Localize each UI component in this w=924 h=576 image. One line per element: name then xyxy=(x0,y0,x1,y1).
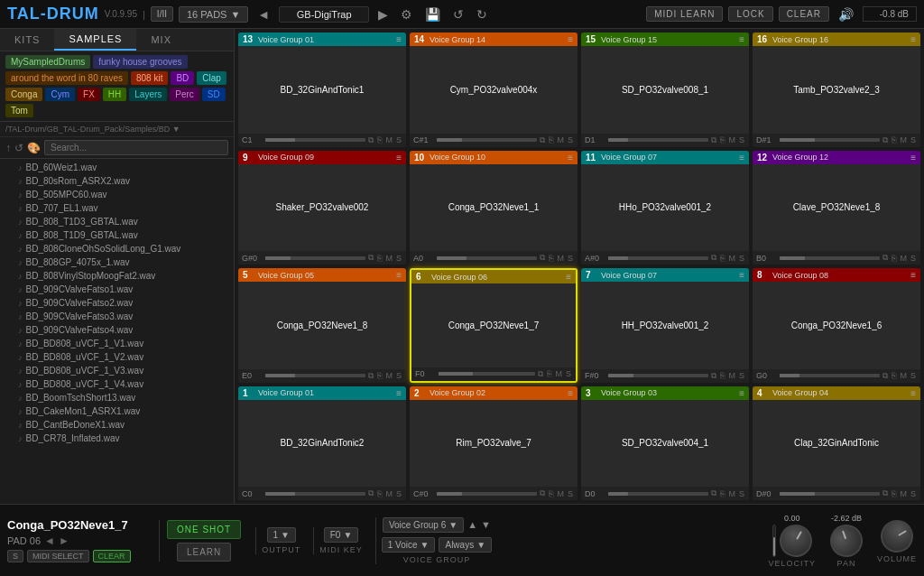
midi-select-btn[interactable]: MIDI SELECT xyxy=(27,550,89,562)
pad-m-btn[interactable]: M xyxy=(727,489,736,498)
pad-copy-btn[interactable]: ⧉ xyxy=(710,488,717,498)
pad-eq-icon[interactable]: ≡ xyxy=(739,388,744,398)
pad-m-btn[interactable]: M xyxy=(556,254,565,263)
pad-m-btn[interactable]: M xyxy=(727,254,736,263)
pad-copy-btn[interactable]: ⧉ xyxy=(539,488,546,498)
pad-eq-icon[interactable]: ≡ xyxy=(396,153,402,163)
lock-btn[interactable]: LOCK xyxy=(728,6,772,22)
pad-6[interactable]: 6 Voice Group 06 ≡ Conga_PO32Neve1_7 F0 … xyxy=(410,268,578,383)
pad-paste-btn[interactable]: ⎘ xyxy=(719,254,725,263)
pad-14[interactable]: 14 Voice Group 14 ≡ Cym_PO32valve004x C#… xyxy=(410,33,578,147)
pad-eq-icon[interactable]: ≡ xyxy=(568,34,573,44)
list-item[interactable]: BD_BD808_uVCF_1_V1.wav xyxy=(0,337,234,350)
velocity-knob[interactable] xyxy=(773,518,818,562)
tag-around[interactable]: around the word in 80 raves xyxy=(5,71,128,85)
pads-dropdown[interactable]: 16 PADS ▼ xyxy=(179,6,248,23)
pad-copy-btn[interactable]: ⧉ xyxy=(710,253,717,263)
pad-eq-icon[interactable]: ≡ xyxy=(568,153,573,163)
list-item[interactable]: BD_CR78_Inflated.wav xyxy=(0,432,234,445)
tab-mix[interactable]: MIX xyxy=(136,29,186,51)
pad-paste-btn[interactable]: ⎘ xyxy=(548,135,554,144)
list-item[interactable]: BD_505MPC60.wav xyxy=(0,188,234,201)
list-item[interactable]: BD_808_T1D9_GBTAL.wav xyxy=(0,228,234,242)
pad-eq-icon[interactable]: ≡ xyxy=(396,388,402,398)
list-item[interactable]: BD_60Weiz1.wav xyxy=(0,161,234,174)
pad-copy-btn[interactable]: ⧉ xyxy=(882,371,889,381)
pad-copy-btn[interactable]: ⧉ xyxy=(367,135,374,145)
tag-mysampled[interactable]: MySampledDrums xyxy=(5,55,90,69)
pad-16[interactable]: 16 Voice Group 16 ≡ Tamb_PO32valve2_3 D#… xyxy=(753,33,920,147)
pan-knob[interactable] xyxy=(826,519,867,561)
pad-7[interactable]: 7 Voice Group 07 ≡ HH_PO32valve001_2 F#0… xyxy=(581,268,749,383)
pad-paste-btn[interactable]: ⎘ xyxy=(548,254,554,263)
pad-m-btn[interactable]: M xyxy=(384,254,393,263)
list-item[interactable]: BD_808VinylStopMoogFat2.wav xyxy=(0,269,234,283)
file-up-btn[interactable]: ↑ xyxy=(5,142,11,154)
velocity-bar[interactable] xyxy=(772,525,776,557)
pad-m-btn[interactable]: M xyxy=(554,369,563,378)
tag-cym[interactable]: Cym xyxy=(45,88,75,101)
pad-m-btn[interactable]: M xyxy=(556,135,565,144)
pad-m-btn[interactable]: M xyxy=(899,135,908,144)
voice-group-up[interactable]: ▲ xyxy=(467,519,477,530)
pad-15[interactable]: 15 Voice Group 15 ≡ SD_PO32valve008_1 D1… xyxy=(581,33,749,147)
tag-808kit[interactable]: 808 kit xyxy=(131,71,168,85)
undo-icon[interactable]: ↺ xyxy=(449,5,467,23)
pad-m-btn[interactable]: M xyxy=(899,489,908,498)
pad-s-btn[interactable]: S xyxy=(567,489,574,498)
pad-9[interactable]: 9 Voice Group 09 ≡ Shaker_PO32valve002 G… xyxy=(238,151,406,265)
pad-copy-btn[interactable]: ⧉ xyxy=(367,371,374,381)
clear-flag-btn[interactable]: CLEAR xyxy=(93,550,131,562)
pad-eq-icon[interactable]: ≡ xyxy=(396,270,402,280)
pad-eq-icon[interactable]: ≡ xyxy=(396,34,402,44)
pad-paste-btn[interactable]: ⎘ xyxy=(719,135,725,144)
pad-11[interactable]: 11 Voice Group 07 ≡ HHo_PO32valve001_2 A… xyxy=(581,151,749,265)
list-item[interactable]: BD_BD808_uVCF_1_V3.wav xyxy=(0,364,234,377)
tag-layers[interactable]: Layers xyxy=(129,88,167,101)
pad-paste-btn[interactable]: ⎘ xyxy=(376,254,383,263)
list-item[interactable]: BD_BoomTschShort13.wav xyxy=(0,391,234,404)
pad-paste-btn[interactable]: ⎘ xyxy=(376,371,383,380)
tag-bd[interactable]: BD xyxy=(171,71,194,85)
pad-s-btn[interactable]: S xyxy=(738,135,745,144)
list-item[interactable]: BD_909CValveFatso4.wav xyxy=(0,323,234,337)
tab-kits[interactable]: KITS xyxy=(0,29,54,51)
pad-paste-btn[interactable]: ⎘ xyxy=(719,371,725,380)
list-item[interactable]: BD_CakeMon1_ASRX1.wav xyxy=(0,404,234,418)
pad-eq-icon[interactable]: ≡ xyxy=(910,388,916,398)
tag-tom[interactable]: Tom xyxy=(5,104,33,117)
pad-s-btn[interactable]: S xyxy=(395,135,402,144)
voices-dropdown[interactable]: 1 Voice ▼ xyxy=(382,537,436,553)
pad-s-btn[interactable]: S xyxy=(567,135,574,144)
pad-m-btn[interactable]: M xyxy=(384,489,393,498)
tag-clap[interactable]: Clap xyxy=(197,71,226,85)
pad-m-btn[interactable]: M xyxy=(556,489,565,498)
pad-2[interactable]: 2 Voice Group 02 ≡ Rim_PO32valve_7 C#0 ⧉… xyxy=(410,386,578,501)
refresh-btn[interactable]: ↺ xyxy=(14,142,23,154)
pad-paste-btn[interactable]: ⎘ xyxy=(891,254,897,263)
pad-s-btn[interactable]: S xyxy=(395,371,402,380)
pad-paste-btn[interactable]: ⎘ xyxy=(376,489,383,498)
tag-fx[interactable]: FX xyxy=(78,88,100,101)
list-item[interactable]: BD_808CloneOhSoSolidLong_G1.wav xyxy=(0,242,234,255)
pad-m-btn[interactable]: M xyxy=(384,371,393,380)
pad-eq-icon[interactable]: ≡ xyxy=(739,34,744,44)
pad-13[interactable]: 13 Voice Group 01 ≡ BD_32GinAndTonic1 C1… xyxy=(238,33,406,147)
list-item[interactable]: BD_808GP_4075x_1.wav xyxy=(0,255,234,269)
tab-samples[interactable]: SAMPLES xyxy=(54,29,136,51)
speaker-icon[interactable]: 🔊 xyxy=(835,5,857,23)
pad-s-btn[interactable]: S xyxy=(910,135,917,144)
pad-s-btn[interactable]: S xyxy=(395,254,402,263)
pad-4[interactable]: 4 Voice Group 04 ≡ Clap_32GinAndTonic D#… xyxy=(753,386,920,501)
pad-paste-btn[interactable]: ⎘ xyxy=(891,135,897,144)
pad-eq-icon[interactable]: ≡ xyxy=(910,34,916,44)
pad-1[interactable]: 1 Voice Group 01 ≡ BD_32GinAndTonic2 C0 … xyxy=(238,386,406,501)
always-dropdown[interactable]: Always ▼ xyxy=(439,537,492,553)
s-flag-btn[interactable]: S xyxy=(7,550,23,562)
pad-s-btn[interactable]: S xyxy=(395,489,402,498)
pad-paste-btn[interactable]: ⎘ xyxy=(891,489,897,498)
pad-copy-btn[interactable]: ⧉ xyxy=(882,135,889,145)
save-icon[interactable]: 💾 xyxy=(421,5,444,23)
tag-hh[interactable]: HH xyxy=(103,88,126,101)
pad-eq-icon[interactable]: ≡ xyxy=(739,153,744,163)
